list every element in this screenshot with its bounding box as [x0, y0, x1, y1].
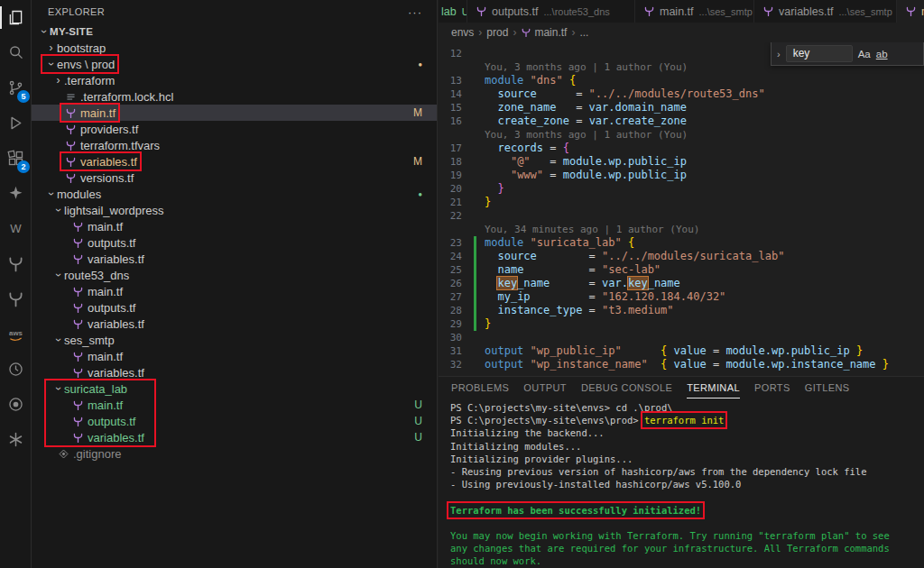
- line-number: 20: [439, 182, 462, 196]
- editor-tab-variables-tf[interactable]: variables.tf...\ses_smtp: [754, 0, 897, 23]
- chevron-icon: ›: [45, 59, 58, 70]
- tree-item-route53-dns[interactable]: ›route53_dns: [32, 267, 437, 283]
- tree-item-envs-prod[interactable]: ›envs \ prod●: [32, 56, 437, 72]
- tree-item-my-site[interactable]: ›MY-SITE: [32, 23, 437, 40]
- panel-tab-terminal[interactable]: TERMINAL: [687, 377, 740, 399]
- line-number: 17: [439, 142, 462, 155]
- wordpress-icon[interactable]: W: [0, 211, 31, 246]
- panel-tab-gitlens[interactable]: GITLENS: [805, 377, 850, 399]
- vscode-window: 52Waws EXPLORER ··· ›MY-SITE›bootstrap›e…: [0, 0, 924, 568]
- find-input[interactable]: key: [786, 45, 853, 62]
- tree-item-variables-tf[interactable]: variables.tf: [32, 316, 437, 332]
- tf-file-icon: [71, 286, 85, 298]
- editor-tab-main-tf[interactable]: main.tf...\ses_smtp: [635, 0, 754, 23]
- code-editor[interactable]: › key Aa ab 12You, 3 months ago | 1 auth…: [439, 42, 924, 376]
- terraform-file-icon: [476, 5, 487, 17]
- line-number: 25: [439, 263, 462, 277]
- tree-item-outputs-tf[interactable]: outputs.tfU: [32, 413, 437, 429]
- code-line: 32output "wp_instance_name" { value = mo…: [439, 358, 924, 371]
- tree-item-main-tf[interactable]: main.tf: [32, 283, 437, 299]
- tree-item-terraform-lock-hcl[interactable]: .terraform.lock.hcl: [32, 88, 437, 105]
- tree-item-providers-tf[interactable]: providers.tf: [32, 121, 437, 137]
- code-line: 15 zone_name = var.domain_name: [439, 101, 924, 115]
- tree-item-variables-tf[interactable]: variables.tfM: [32, 153, 437, 169]
- terminal-line: should now work.: [450, 554, 912, 567]
- breadcrumb-item-envs[interactable]: envs: [451, 26, 474, 39]
- panel-tab-output[interactable]: OUTPUT: [523, 377, 567, 399]
- source-control-icon[interactable]: 5: [0, 70, 31, 105]
- tree-item-main-tf[interactable]: main.tfM: [32, 105, 437, 121]
- timeline-icon[interactable]: [0, 352, 31, 387]
- line-number: 23: [439, 236, 462, 250]
- tf-file-icon: [71, 351, 85, 362]
- explorer-icon[interactable]: [0, 0, 31, 35]
- tree-item-ses-smtp[interactable]: ›ses_smtp: [32, 332, 437, 348]
- line-number: 24: [439, 250, 462, 263]
- terminal-line: [450, 490, 912, 503]
- terraform-file-icon: [762, 5, 774, 17]
- terminal-output[interactable]: PS C:\projects\my-site\envs> cd .\prod\P…: [439, 399, 924, 567]
- live-share-icon[interactable]: [0, 387, 31, 422]
- match-case-button[interactable]: Aa: [858, 49, 871, 60]
- breadcrumb-separator-icon: ›: [571, 26, 575, 39]
- tree-item-versions-tf[interactable]: versions.tf: [32, 169, 437, 186]
- whole-word-button[interactable]: ab: [876, 49, 888, 60]
- code-line: 13module "dns" {: [439, 74, 924, 87]
- tree-item-variables-tf[interactable]: variables.tf: [32, 251, 437, 267]
- tf-file-icon: [64, 140, 78, 151]
- tree-item-outputs-tf[interactable]: outputs.tf: [32, 299, 437, 316]
- more-actions-icon[interactable]: ···: [408, 5, 422, 19]
- tree-item-outputs-tf[interactable]: outputs.tf: [32, 234, 437, 251]
- code-line: 23module "suricata_lab" {: [439, 236, 924, 250]
- tree-item-terraform[interactable]: ›.terraform: [32, 72, 437, 88]
- git-status-badge: U: [414, 399, 422, 411]
- tree-item-variables-tf[interactable]: variables.tfU: [32, 429, 437, 445]
- editor-tab-main-tf[interactable]: main.tf: [897, 0, 924, 23]
- line-number: 18: [439, 155, 462, 169]
- terminal-line: Terraform has been successfully initiali…: [450, 504, 912, 517]
- extensions-icon[interactable]: 2: [0, 141, 31, 176]
- terminal-line: - Using previously-installed hashicorp/a…: [450, 478, 912, 490]
- panel-tab-problems[interactable]: PROBLEMS: [451, 377, 509, 399]
- tree-item-terraform-tfvars[interactable]: terraform.tfvars: [32, 137, 437, 153]
- line-number: [439, 60, 462, 74]
- editor-tab-outputs-tf[interactable]: outputs.tf...\route53_dns: [467, 0, 635, 23]
- panel-tab-ports[interactable]: PORTS: [754, 377, 790, 399]
- code-lines: 12You, 3 months ago | 1 author (You)13mo…: [439, 42, 924, 371]
- editor-tab-lab[interactable]: labU: [439, 0, 467, 23]
- line-number: 16: [439, 115, 462, 128]
- gitlens-icon[interactable]: [0, 281, 31, 316]
- search-icon[interactable]: [0, 35, 31, 70]
- code-line: 16 create_zone = var.create_zone: [439, 115, 924, 128]
- find-toggle-replace-icon[interactable]: ›: [777, 49, 781, 60]
- tf-file-icon: [71, 399, 85, 411]
- line-number: 28: [439, 304, 462, 317]
- terminal-line: Initializing the backend...: [450, 426, 912, 439]
- code-line: 30: [439, 331, 924, 344]
- tree-item-lightsail-wordpress[interactable]: ›lightsail_wordpress: [32, 202, 437, 218]
- tree-item-main-tf[interactable]: main.tf: [32, 218, 437, 234]
- git-dot-badge: ●: [418, 190, 422, 198]
- tree-item-modules[interactable]: ›modules●: [32, 186, 437, 202]
- breadcrumb-item-main-tf[interactable]: main.tf: [521, 26, 567, 39]
- line-number: 13: [439, 74, 462, 87]
- breadcrumb-separator-icon: ›: [478, 26, 482, 39]
- panel-tab-bar: PROBLEMSOUTPUTDEBUG CONSOLETERMINALPORTS…: [439, 377, 924, 399]
- tree-item-bootstrap[interactable]: ›bootstrap: [32, 40, 437, 56]
- tree-item-suricata-lab[interactable]: ›suricata_lab: [32, 380, 437, 397]
- panel-tab-debug-console[interactable]: DEBUG CONSOLE: [581, 377, 672, 399]
- breadcrumb-item-more[interactable]: ...: [579, 26, 588, 39]
- tree-item-main-tf[interactable]: main.tf: [32, 348, 437, 364]
- tree-item-main-tf[interactable]: main.tfU: [32, 397, 437, 413]
- terminal-line: Initializing provider plugins...: [450, 453, 912, 465]
- aws-icon[interactable]: aws: [0, 316, 31, 352]
- chevron-icon: ›: [52, 383, 65, 395]
- run-and-debug-icon[interactable]: [0, 105, 31, 141]
- tree-item-variables-tf[interactable]: variables.tf: [32, 364, 437, 380]
- git-graph-icon[interactable]: [0, 246, 31, 281]
- tree-item-gitignore[interactable]: .gitignore: [32, 445, 437, 462]
- breadcrumb: envs›prod›main.tf›...: [439, 23, 924, 42]
- breadcrumb-item-prod[interactable]: prod: [486, 26, 508, 39]
- copilot-icon[interactable]: [0, 176, 31, 211]
- chatgpt-icon[interactable]: [0, 422, 31, 457]
